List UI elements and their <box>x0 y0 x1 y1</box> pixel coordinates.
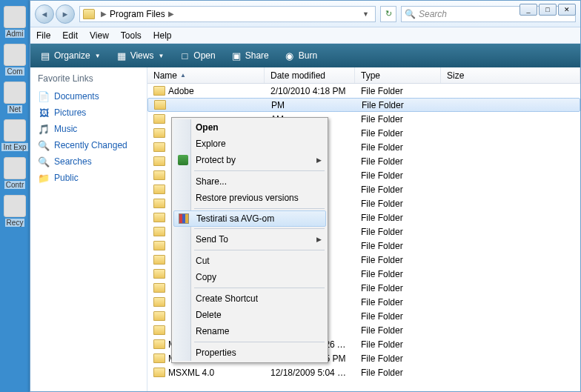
fav-label: Public <box>54 173 79 183</box>
column-date[interactable]: Date modified <box>265 67 355 83</box>
file-type: File Folder <box>355 325 441 336</box>
ctx-delete[interactable]: Delete <box>173 307 326 323</box>
desktop-icon[interactable]: Recy <box>0 195 30 227</box>
folder-icon <box>153 227 165 236</box>
desktop-icon[interactable]: Net <box>0 82 30 113</box>
ctx-open[interactable]: Open <box>173 119 326 136</box>
ctx-copy[interactable]: Copy <box>173 269 326 285</box>
fav-icon: 🖼 <box>38 107 50 119</box>
breadcrumb-dropdown-icon[interactable]: ▼ <box>359 10 372 18</box>
forward-button[interactable]: ► <box>56 4 75 24</box>
folder-icon <box>153 185 165 194</box>
desktop-icon[interactable]: Com <box>0 44 30 76</box>
minimize-button[interactable]: _ <box>519 4 537 16</box>
desktop-icon[interactable]: Int Exp <box>0 119 30 151</box>
refresh-button[interactable]: ↻ <box>380 6 396 22</box>
search-placeholder: Search <box>419 9 447 19</box>
folder-icon <box>153 339 165 349</box>
address-breadcrumb[interactable]: ▶ Program Files ▶ ▼ <box>79 6 376 22</box>
file-date: 12/18/2009 5:04 PM <box>265 368 355 378</box>
folder-icon <box>154 100 166 110</box>
ctx-share[interactable]: Share... <box>173 173 326 190</box>
folder-icon <box>153 156 165 166</box>
fav-label: Searches <box>54 156 92 167</box>
fav-label: Recently Changed <box>54 140 127 150</box>
command-bar: ▤Organize▼ ▦Views▼ □Open ▣Share ◉Burn <box>30 44 580 67</box>
breadcrumb-sep-icon: ▶ <box>101 10 107 18</box>
generic-icon <box>4 119 26 142</box>
back-button[interactable]: ◄ <box>35 4 54 24</box>
favorite-link[interactable]: 🖼Pictures <box>38 104 139 121</box>
favorite-link[interactable]: 🔍Recently Changed <box>38 137 139 153</box>
desktop-icon[interactable]: Admi <box>0 6 30 38</box>
file-type: File Folder <box>355 297 441 308</box>
file-name: MSXML 4.0 <box>168 368 214 378</box>
ctx-rename[interactable]: Rename <box>173 323 326 339</box>
sort-arrow-icon: ▲ <box>180 72 186 79</box>
fav-icon: 📄 <box>38 90 50 102</box>
menu-bar: File Edit View Tools Help <box>30 27 580 44</box>
file-type: File Folder <box>355 156 441 167</box>
ctx-avg-scan[interactable]: Testirati sa AVG-om <box>173 210 326 227</box>
file-type: File Folder <box>355 227 441 237</box>
menu-file[interactable]: File <box>36 30 50 41</box>
file-row[interactable]: PMFile Folder <box>147 98 580 112</box>
file-type: File Folder <box>355 255 441 265</box>
chevron-down-icon: ▼ <box>158 53 164 59</box>
menu-tools[interactable]: Tools <box>121 30 142 41</box>
favorite-link[interactable]: 📁Public <box>38 170 139 186</box>
ctx-explore[interactable]: Explore <box>173 136 326 152</box>
folder-icon <box>153 325 165 335</box>
fav-icon: 🔍 <box>38 139 50 151</box>
menu-help[interactable]: Help <box>153 30 172 41</box>
generic-icon <box>4 195 26 217</box>
file-row[interactable]: Adobe2/10/2010 4:18 PMFile Folder <box>147 84 580 98</box>
file-type: File Folder <box>355 185 441 195</box>
folder-icon <box>153 86 165 96</box>
ctx-separator <box>194 228 325 229</box>
file-type: File Folder <box>355 86 441 96</box>
desktop-icon[interactable]: Contr <box>0 157 30 189</box>
close-button[interactable]: ✕ <box>558 4 576 16</box>
maximize-button[interactable]: □ <box>539 4 557 16</box>
favorite-link[interactable]: 🎵Music <box>38 121 139 137</box>
column-headers: Name▲ Date modified Type Size <box>147 67 580 84</box>
ctx-sendto[interactable]: Send To▶ <box>173 231 326 248</box>
desktop-icons: Admi Com Net Int Exp Contr Recy <box>0 0 30 233</box>
submenu-arrow-icon: ▶ <box>316 236 322 243</box>
file-row[interactable]: MSXML 4.012/18/2009 5:04 PMFile Folder <box>147 365 580 379</box>
breadcrumb-sep-icon: ▶ <box>168 10 174 18</box>
ctx-shortcut[interactable]: Create Shortcut <box>173 290 326 307</box>
window-controls: _ □ ✕ <box>519 4 576 16</box>
folder-icon <box>153 269 165 279</box>
burn-icon: ◉ <box>284 50 296 62</box>
open-button[interactable]: □Open <box>174 47 219 64</box>
generic-icon <box>4 157 26 179</box>
file-type: File Folder <box>355 368 441 378</box>
column-name[interactable]: Name▲ <box>147 67 265 83</box>
favorite-link[interactable]: 🔍Searches <box>38 153 139 170</box>
breadcrumb-item[interactable]: Program Files <box>110 9 165 19</box>
menu-edit[interactable]: Edit <box>62 30 78 41</box>
shield-icon <box>177 154 189 166</box>
fav-icon: 🔍 <box>38 156 50 167</box>
organize-button[interactable]: ▤Organize▼ <box>35 47 105 64</box>
folder-icon <box>153 353 165 363</box>
fav-icon: 🎵 <box>38 123 50 135</box>
generic-icon <box>4 82 26 104</box>
ctx-cut[interactable]: Cut <box>173 253 326 269</box>
column-type[interactable]: Type <box>355 67 441 83</box>
share-button[interactable]: ▣Share <box>226 47 273 64</box>
organize-icon: ▤ <box>39 50 51 62</box>
ctx-protect[interactable]: Protect by▶ <box>173 152 326 168</box>
menu-view[interactable]: View <box>90 30 109 41</box>
submenu-arrow-icon: ▶ <box>316 156 322 164</box>
file-type: File Folder <box>355 269 441 279</box>
ctx-restore[interactable]: Restore previous versions <box>173 190 326 206</box>
views-button[interactable]: ▦Views▼ <box>111 47 169 64</box>
favorite-link[interactable]: 📄Documents <box>38 88 139 104</box>
ctx-properties[interactable]: Properties <box>173 345 326 361</box>
column-size[interactable]: Size <box>441 67 580 83</box>
file-type: File Folder <box>355 283 441 293</box>
burn-button[interactable]: ◉Burn <box>279 47 322 64</box>
